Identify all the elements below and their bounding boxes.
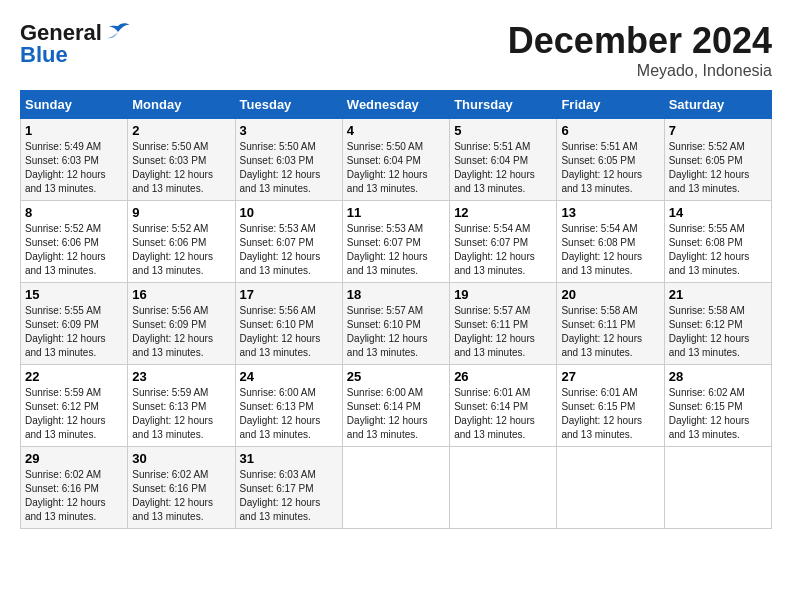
day-number: 3 (240, 123, 338, 138)
day-number: 11 (347, 205, 445, 220)
calendar-cell: 20 Sunrise: 5:58 AMSunset: 6:11 PMDaylig… (557, 283, 664, 365)
day-number: 5 (454, 123, 552, 138)
calendar-cell: 14 Sunrise: 5:55 AMSunset: 6:08 PMDaylig… (664, 201, 771, 283)
day-info: Sunrise: 6:00 AMSunset: 6:14 PMDaylight:… (347, 387, 428, 440)
calendar-cell: 22 Sunrise: 5:59 AMSunset: 6:12 PMDaylig… (21, 365, 128, 447)
calendar-cell: 17 Sunrise: 5:56 AMSunset: 6:10 PMDaylig… (235, 283, 342, 365)
day-number: 29 (25, 451, 123, 466)
day-number: 6 (561, 123, 659, 138)
calendar-week-row: 1 Sunrise: 5:49 AMSunset: 6:03 PMDayligh… (21, 119, 772, 201)
calendar-cell: 31 Sunrise: 6:03 AMSunset: 6:17 PMDaylig… (235, 447, 342, 529)
calendar-day-header: Monday (128, 91, 235, 119)
day-number: 13 (561, 205, 659, 220)
calendar-cell: 8 Sunrise: 5:52 AMSunset: 6:06 PMDayligh… (21, 201, 128, 283)
day-info: Sunrise: 5:51 AMSunset: 6:04 PMDaylight:… (454, 141, 535, 194)
day-number: 18 (347, 287, 445, 302)
calendar-cell: 12 Sunrise: 5:54 AMSunset: 6:07 PMDaylig… (450, 201, 557, 283)
day-info: Sunrise: 5:54 AMSunset: 6:08 PMDaylight:… (561, 223, 642, 276)
calendar-cell: 15 Sunrise: 5:55 AMSunset: 6:09 PMDaylig… (21, 283, 128, 365)
calendar-body: 1 Sunrise: 5:49 AMSunset: 6:03 PMDayligh… (21, 119, 772, 529)
calendar-day-header: Sunday (21, 91, 128, 119)
calendar-cell: 26 Sunrise: 6:01 AMSunset: 6:14 PMDaylig… (450, 365, 557, 447)
calendar-cell: 19 Sunrise: 5:57 AMSunset: 6:11 PMDaylig… (450, 283, 557, 365)
day-number: 14 (669, 205, 767, 220)
calendar-cell: 7 Sunrise: 5:52 AMSunset: 6:05 PMDayligh… (664, 119, 771, 201)
calendar-day-header: Tuesday (235, 91, 342, 119)
title-block: December 2024 Meyado, Indonesia (508, 20, 772, 80)
day-number: 25 (347, 369, 445, 384)
logo: General Blue (20, 20, 132, 68)
calendar-header-row: SundayMondayTuesdayWednesdayThursdayFrid… (21, 91, 772, 119)
calendar-week-row: 29 Sunrise: 6:02 AMSunset: 6:16 PMDaylig… (21, 447, 772, 529)
day-info: Sunrise: 6:02 AMSunset: 6:16 PMDaylight:… (25, 469, 106, 522)
day-info: Sunrise: 5:57 AMSunset: 6:10 PMDaylight:… (347, 305, 428, 358)
day-number: 31 (240, 451, 338, 466)
calendar-week-row: 22 Sunrise: 5:59 AMSunset: 6:12 PMDaylig… (21, 365, 772, 447)
calendar-day-header: Friday (557, 91, 664, 119)
calendar-cell (664, 447, 771, 529)
subtitle: Meyado, Indonesia (508, 62, 772, 80)
day-info: Sunrise: 5:55 AMSunset: 6:09 PMDaylight:… (25, 305, 106, 358)
day-info: Sunrise: 5:54 AMSunset: 6:07 PMDaylight:… (454, 223, 535, 276)
day-info: Sunrise: 6:00 AMSunset: 6:13 PMDaylight:… (240, 387, 321, 440)
day-number: 16 (132, 287, 230, 302)
day-number: 10 (240, 205, 338, 220)
calendar-cell: 1 Sunrise: 5:49 AMSunset: 6:03 PMDayligh… (21, 119, 128, 201)
page-header: General Blue December 2024 Meyado, Indon… (20, 20, 772, 80)
day-number: 26 (454, 369, 552, 384)
calendar-cell: 28 Sunrise: 6:02 AMSunset: 6:15 PMDaylig… (664, 365, 771, 447)
calendar-cell: 10 Sunrise: 5:53 AMSunset: 6:07 PMDaylig… (235, 201, 342, 283)
day-number: 9 (132, 205, 230, 220)
day-info: Sunrise: 5:52 AMSunset: 6:06 PMDaylight:… (132, 223, 213, 276)
calendar-week-row: 15 Sunrise: 5:55 AMSunset: 6:09 PMDaylig… (21, 283, 772, 365)
day-number: 22 (25, 369, 123, 384)
day-number: 30 (132, 451, 230, 466)
calendar-cell: 5 Sunrise: 5:51 AMSunset: 6:04 PMDayligh… (450, 119, 557, 201)
day-info: Sunrise: 5:59 AMSunset: 6:12 PMDaylight:… (25, 387, 106, 440)
day-number: 2 (132, 123, 230, 138)
day-info: Sunrise: 5:52 AMSunset: 6:05 PMDaylight:… (669, 141, 750, 194)
calendar-cell: 23 Sunrise: 5:59 AMSunset: 6:13 PMDaylig… (128, 365, 235, 447)
day-info: Sunrise: 5:57 AMSunset: 6:11 PMDaylight:… (454, 305, 535, 358)
day-info: Sunrise: 5:55 AMSunset: 6:08 PMDaylight:… (669, 223, 750, 276)
logo-blue: Blue (20, 42, 68, 68)
day-info: Sunrise: 6:01 AMSunset: 6:14 PMDaylight:… (454, 387, 535, 440)
calendar-day-header: Wednesday (342, 91, 449, 119)
calendar-cell: 27 Sunrise: 6:01 AMSunset: 6:15 PMDaylig… (557, 365, 664, 447)
calendar-cell: 2 Sunrise: 5:50 AMSunset: 6:03 PMDayligh… (128, 119, 235, 201)
day-info: Sunrise: 6:01 AMSunset: 6:15 PMDaylight:… (561, 387, 642, 440)
calendar-cell: 25 Sunrise: 6:00 AMSunset: 6:14 PMDaylig… (342, 365, 449, 447)
calendar-cell: 3 Sunrise: 5:50 AMSunset: 6:03 PMDayligh… (235, 119, 342, 201)
calendar-cell (557, 447, 664, 529)
day-number: 19 (454, 287, 552, 302)
day-number: 23 (132, 369, 230, 384)
calendar-cell (342, 447, 449, 529)
day-info: Sunrise: 5:50 AMSunset: 6:03 PMDaylight:… (240, 141, 321, 194)
day-info: Sunrise: 6:02 AMSunset: 6:16 PMDaylight:… (132, 469, 213, 522)
calendar-cell: 21 Sunrise: 5:58 AMSunset: 6:12 PMDaylig… (664, 283, 771, 365)
day-info: Sunrise: 5:58 AMSunset: 6:12 PMDaylight:… (669, 305, 750, 358)
calendar-cell: 30 Sunrise: 6:02 AMSunset: 6:16 PMDaylig… (128, 447, 235, 529)
calendar-cell: 29 Sunrise: 6:02 AMSunset: 6:16 PMDaylig… (21, 447, 128, 529)
day-info: Sunrise: 6:02 AMSunset: 6:15 PMDaylight:… (669, 387, 750, 440)
calendar-table: SundayMondayTuesdayWednesdayThursdayFrid… (20, 90, 772, 529)
day-number: 12 (454, 205, 552, 220)
day-info: Sunrise: 5:53 AMSunset: 6:07 PMDaylight:… (240, 223, 321, 276)
day-number: 28 (669, 369, 767, 384)
day-info: Sunrise: 5:50 AMSunset: 6:04 PMDaylight:… (347, 141, 428, 194)
day-info: Sunrise: 5:51 AMSunset: 6:05 PMDaylight:… (561, 141, 642, 194)
day-number: 27 (561, 369, 659, 384)
calendar-cell: 16 Sunrise: 5:56 AMSunset: 6:09 PMDaylig… (128, 283, 235, 365)
day-info: Sunrise: 5:56 AMSunset: 6:09 PMDaylight:… (132, 305, 213, 358)
day-number: 7 (669, 123, 767, 138)
calendar-day-header: Saturday (664, 91, 771, 119)
day-number: 17 (240, 287, 338, 302)
day-number: 1 (25, 123, 123, 138)
calendar-cell: 9 Sunrise: 5:52 AMSunset: 6:06 PMDayligh… (128, 201, 235, 283)
calendar-cell: 24 Sunrise: 6:00 AMSunset: 6:13 PMDaylig… (235, 365, 342, 447)
day-number: 24 (240, 369, 338, 384)
day-info: Sunrise: 5:52 AMSunset: 6:06 PMDaylight:… (25, 223, 106, 276)
day-info: Sunrise: 5:50 AMSunset: 6:03 PMDaylight:… (132, 141, 213, 194)
day-info: Sunrise: 6:03 AMSunset: 6:17 PMDaylight:… (240, 469, 321, 522)
day-info: Sunrise: 5:53 AMSunset: 6:07 PMDaylight:… (347, 223, 428, 276)
